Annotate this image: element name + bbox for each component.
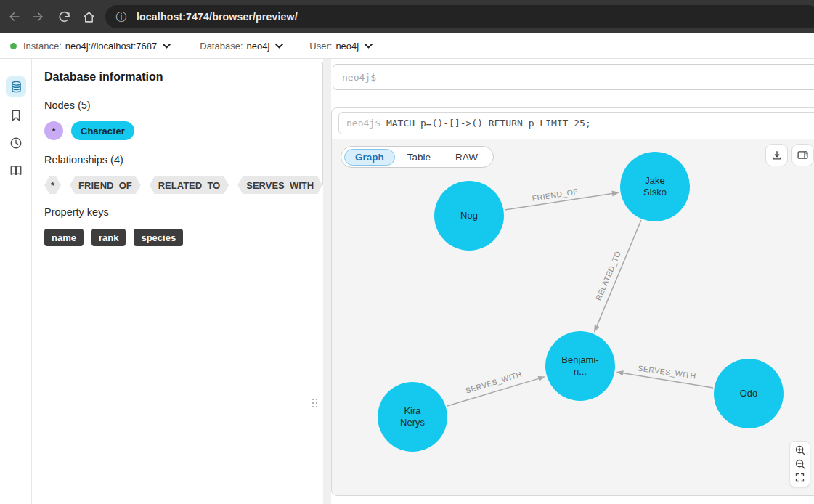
url-bar[interactable]: ⓘ localhost:7474/browser/preview/ [105, 5, 814, 28]
node-label-all-pill[interactable]: * [44, 121, 63, 140]
database-value: neo4j [247, 41, 270, 52]
rel-type-pill[interactable]: RELATED_TO [150, 176, 229, 194]
panel-resize-handle[interactable] [312, 399, 320, 410]
download-button[interactable] [765, 144, 788, 166]
graph-node-benjamin[interactable]: Benjami- n... [545, 331, 615, 401]
user-dropdown[interactable]: User: neo4j [309, 41, 373, 52]
sidebar-item-docs[interactable] [6, 160, 26, 181]
rel-type-pill[interactable]: FRIEND_OF [70, 176, 141, 194]
chevron-down-icon [365, 44, 373, 49]
sidebar-item-bookmarks[interactable] [6, 105, 26, 126]
database-label: Database: [200, 41, 243, 52]
panel-divider [323, 59, 331, 504]
node-label-line: Nog [460, 210, 478, 221]
result-frame: neo4j$ MATCH p=()-[]->() RETURN p LIMIT … [331, 107, 814, 496]
chevron-down-icon [163, 44, 171, 49]
tab-graph[interactable]: Graph [344, 149, 395, 166]
frame-query-text: MATCH p=()-[]->() RETURN p LIMIT 25; [386, 118, 591, 129]
zoom-out-icon [794, 458, 806, 470]
rel-type-all-pill[interactable]: * [44, 176, 61, 194]
database-dropdown[interactable]: Database: neo4j [200, 41, 283, 52]
database-icon [9, 80, 23, 94]
node-label-line: Benjami- [561, 354, 598, 366]
reload-icon[interactable] [55, 8, 73, 25]
zoom-in-icon [794, 444, 806, 456]
neo4j-browser-page: ⓘ localhost:7474/browser/preview/ Instan… [0, 0, 814, 504]
sidebar-rail [0, 59, 32, 504]
back-icon[interactable] [6, 8, 23, 25]
zoom-in-button[interactable] [792, 444, 808, 457]
node-label-line: Odo [740, 388, 758, 399]
node-label-line: Nerys [400, 417, 425, 428]
rel-type-pill[interactable]: SERVES_WITH [237, 176, 322, 194]
connection-status-icon [10, 43, 17, 49]
side-panel-icon [797, 149, 809, 161]
edge-label-serves-with-1: SERVES_WITH [465, 370, 524, 395]
frame-prompt: neo4j$ [346, 118, 380, 129]
database-info-panel: Database information Nodes (5) * Charact… [33, 59, 322, 504]
book-icon [9, 164, 23, 177]
connection-bar: Instance: neo4j://localhost:7687 Databas… [0, 33, 814, 59]
browser-chrome: ⓘ localhost:7474/browser/preview/ [0, 0, 814, 33]
site-info-icon[interactable]: ⓘ [114, 9, 129, 24]
main-area: neo4j$ neo4j$ MATCH p=()-[]->() RETURN p… [331, 59, 814, 504]
user-label: User: [309, 41, 332, 52]
graph-node-kira-nerys[interactable]: Kira Nerys [378, 382, 447, 452]
sidebar-item-history[interactable] [6, 133, 26, 153]
forward-icon[interactable] [29, 8, 46, 25]
graph-node-jake-sisko[interactable]: Jake Sisko [620, 152, 690, 221]
result-view-tabs: Graph Table RAW [341, 146, 494, 168]
bookmark-icon [9, 109, 23, 122]
property-key-pill[interactable]: rank [91, 229, 126, 246]
instance-label: Instance: [23, 41, 62, 52]
instance-dropdown[interactable]: Instance: neo4j://localhost:7687 [0, 41, 171, 52]
graph-canvas[interactable]: FRIEND_OF RELATED_TO SERVES_WITH SERVES_… [332, 139, 814, 496]
zoom-out-button[interactable] [792, 458, 808, 471]
property-key-pill[interactable]: name [44, 229, 84, 246]
nodes-heading: Nodes (5) [44, 99, 91, 111]
graph-node-odo[interactable]: Odo [714, 359, 784, 428]
zoom-controls [789, 441, 810, 487]
clock-icon [9, 137, 23, 150]
sidebar-item-database[interactable] [6, 76, 26, 97]
node-label-line: Sisko [643, 187, 667, 198]
instance-value: neo4j://localhost:7687 [65, 41, 157, 52]
frame-header: neo4j$ MATCH p=()-[]->() RETURN p LIMIT … [332, 108, 814, 139]
tab-table[interactable]: Table [395, 149, 443, 166]
panel-title: Database information [44, 70, 163, 84]
node-label-line: n... [574, 366, 587, 378]
side-panel-button[interactable] [791, 144, 814, 166]
editor-prompt: neo4j$ [342, 72, 376, 83]
tab-raw[interactable]: RAW [443, 149, 490, 166]
download-icon [771, 150, 783, 161]
relationships-heading: Relationships (4) [44, 154, 123, 166]
user-value: neo4j [335, 41, 359, 52]
node-label-line: Kira [404, 405, 420, 417]
fit-to-screen-icon [794, 472, 805, 483]
property-key-pill[interactable]: species [134, 229, 183, 246]
fit-to-screen-button[interactable] [792, 471, 808, 484]
node-label-pill[interactable]: Character [71, 121, 134, 140]
property-keys-heading: Property keys [44, 206, 109, 218]
cypher-editor-input[interactable]: neo4j$ [333, 64, 814, 90]
home-icon[interactable] [80, 8, 97, 25]
chevron-down-icon [275, 44, 283, 49]
edge-label-serves-with-2: SERVES_WITH [638, 363, 696, 380]
graph-node-nog[interactable]: Nog [434, 181, 504, 251]
frame-query-echo[interactable]: neo4j$ MATCH p=()-[]->() RETURN p LIMIT … [338, 112, 814, 134]
url-text: localhost:7474/browser/preview/ [137, 11, 298, 23]
node-label-line: Jake [645, 175, 664, 187]
